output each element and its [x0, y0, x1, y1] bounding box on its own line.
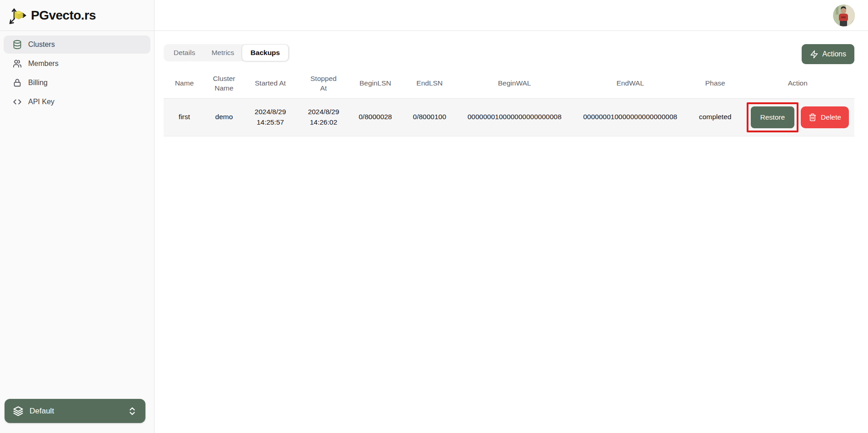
tab-backups[interactable]: Backups	[242, 45, 288, 61]
tab-bar: Details Metrics Backups	[164, 44, 290, 61]
cell-name: first	[164, 98, 205, 136]
col-header-cluster-name: Cluster Name	[205, 69, 243, 98]
workspace-selector[interactable]: Default	[5, 399, 145, 423]
actions-button-label: Actions	[823, 50, 846, 58]
table-header-row: Name Cluster Name Started At Stopped At …	[164, 69, 854, 98]
cell-beginwal: 000000010000000000000008	[458, 98, 571, 136]
sidebar-item-label: Billing	[28, 79, 48, 87]
cell-cluster-name: demo	[205, 98, 243, 136]
chevrons-up-down-icon	[127, 406, 137, 416]
tab-metrics[interactable]: Metrics	[203, 46, 242, 60]
layers-icon	[13, 406, 24, 417]
main-content: Details Metrics Backups Actions N	[155, 31, 868, 433]
sidebar-item-billing[interactable]: Billing	[4, 74, 150, 92]
sidebar-item-label: Clusters	[28, 40, 55, 49]
col-header-phase: Phase	[689, 69, 741, 98]
database-icon	[12, 40, 22, 50]
table-row: first demo 2024/8/29 14:25:57 2024/8/29 …	[164, 98, 854, 136]
col-header-beginlsn: BeginLSN	[349, 69, 401, 98]
col-header-stopped-at: Stopped At	[298, 69, 349, 98]
col-header-started-at: Started At	[243, 69, 298, 98]
pgvectors-logo-icon	[8, 6, 27, 25]
user-avatar[interactable]	[833, 5, 855, 26]
actions-button[interactable]: Actions	[802, 44, 854, 64]
delete-button[interactable]: Delete	[801, 106, 849, 128]
sidebar-item-clusters[interactable]: Clusters	[4, 35, 150, 54]
zap-icon	[810, 50, 818, 59]
cell-endlsn: 0/8000100	[401, 98, 458, 136]
trash-icon	[808, 113, 817, 121]
sidebar: PGvecto.rs Clusters Membe	[0, 0, 155, 433]
code-icon	[12, 97, 22, 107]
sidebar-item-members[interactable]: Members	[4, 55, 150, 73]
col-header-name: Name	[164, 69, 205, 98]
col-header-endwal: EndWAL	[571, 69, 689, 98]
workspace-label: Default	[30, 407, 54, 416]
backups-table: Name Cluster Name Started At Stopped At …	[164, 69, 854, 136]
cell-started-at: 2024/8/29 14:25:57	[243, 98, 298, 136]
cell-endwal: 000000010000000000000008	[571, 98, 689, 136]
topbar	[155, 0, 868, 31]
cell-action: Restore	[741, 98, 854, 136]
delete-button-label: Delete	[821, 113, 841, 121]
col-header-action: Action	[741, 69, 854, 98]
sidebar-item-label: Members	[28, 60, 59, 68]
cell-beginlsn: 0/8000028	[349, 98, 401, 136]
app-logo: PGvecto.rs	[0, 0, 154, 31]
tab-details[interactable]: Details	[165, 46, 203, 60]
sidebar-nav: Clusters Members Billing	[0, 31, 154, 116]
sidebar-item-api-key[interactable]: API Key	[4, 93, 150, 111]
restore-highlight-annotation: Restore	[747, 102, 798, 132]
col-header-beginwal: BeginWAL	[458, 69, 571, 98]
app-title: PGvecto.rs	[31, 8, 96, 23]
sidebar-item-label: API Key	[28, 98, 55, 106]
col-header-endlsn: EndLSN	[401, 69, 458, 98]
cell-stopped-at: 2024/8/29 14:26:02	[298, 98, 349, 136]
users-icon	[12, 59, 22, 69]
cell-phase: completed	[689, 98, 741, 136]
restore-button[interactable]: Restore	[751, 106, 794, 128]
lock-icon	[12, 78, 22, 88]
